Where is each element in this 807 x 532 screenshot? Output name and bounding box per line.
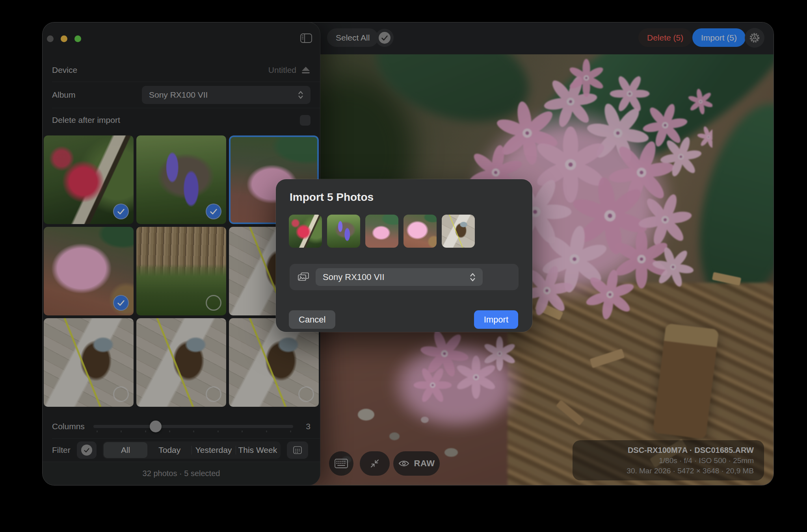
dialog-thumbnail-dog — [442, 215, 475, 248]
import-dialog: Import 5 Photos Sony RX100 VII — [276, 179, 532, 332]
chevron-up-down-icon — [470, 272, 476, 282]
photo-stack-icon — [298, 272, 309, 282]
dialog-title: Import 5 Photos — [290, 191, 374, 204]
dialog-album-select[interactable]: Sony RX100 VII — [316, 268, 483, 286]
dialog-album-panel: Sony RX100 VII — [290, 264, 519, 290]
confirm-import-button[interactable]: Import — [474, 310, 518, 329]
cancel-button[interactable]: Cancel — [289, 310, 335, 329]
dialog-album-value: Sony RX100 VII — [323, 272, 385, 282]
dialog-thumbnail-bellis — [289, 215, 322, 248]
dialog-thumbnails — [289, 215, 475, 248]
dialog-thumbnail-hyacinth2 — [404, 215, 437, 248]
dialog-thumbnail-hyacinth — [365, 215, 398, 248]
dialog-thumbnail-muscari — [327, 215, 360, 248]
app-window: Select All Delete (5) Import (5) — [43, 22, 774, 485]
